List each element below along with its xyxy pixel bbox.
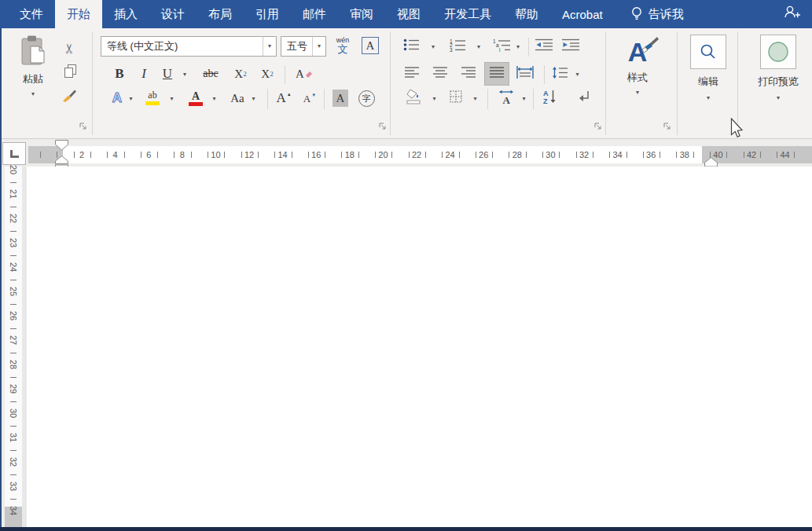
tab-review[interactable]: 审阅 xyxy=(338,0,385,28)
ruler-tick xyxy=(10,231,17,232)
multilevel-dropdown-arrow[interactable]: ▾ xyxy=(513,39,524,55)
borders-dropdown-arrow[interactable]: ▾ xyxy=(470,91,480,107)
text-effects-button[interactable]: A xyxy=(108,87,126,109)
tab-layout[interactable]: 布局 xyxy=(197,0,244,28)
edit-button[interactable]: 编辑 ▾ xyxy=(686,35,730,101)
align-left-button[interactable] xyxy=(401,64,423,84)
font-color-dropdown-arrow[interactable]: ▾ xyxy=(209,91,219,107)
bullets-dropdown-arrow[interactable]: ▾ xyxy=(428,39,439,55)
line-spacing-dropdown-arrow[interactable]: ▾ xyxy=(572,67,582,82)
horizontal-ruler[interactable]: 2468101214161820222426283032343638404244 xyxy=(28,146,812,163)
vertical-ruler[interactable]: 202122232425262728293031323334 xyxy=(5,167,22,527)
asian-layout-dropdown-arrow[interactable]: ▾ xyxy=(519,91,529,107)
align-center-button[interactable] xyxy=(429,64,451,84)
tab-view[interactable]: 视图 xyxy=(385,0,432,28)
bold-button[interactable]: B xyxy=(110,64,129,84)
styles-dialog-launcher-icon[interactable] xyxy=(663,119,672,129)
tab-developer[interactable]: 开发工具 xyxy=(432,0,503,28)
paste-button[interactable]: 粘贴 ▾ xyxy=(13,35,53,97)
font-size-value: 五号 xyxy=(281,39,312,53)
underline-button[interactable]: U xyxy=(159,64,176,84)
print-preview-dropdown-arrow[interactable]: ▾ xyxy=(777,95,780,101)
change-case-button[interactable]: Aa xyxy=(226,87,248,109)
borders-button[interactable] xyxy=(445,87,467,109)
v-ruler-number: 23 xyxy=(7,234,20,251)
shading-button[interactable] xyxy=(402,87,426,109)
format-painter-button[interactable] xyxy=(60,88,79,107)
first-line-indent-marker[interactable] xyxy=(55,140,68,154)
grow-font-button[interactable]: A▲ xyxy=(274,87,294,109)
tab-insert[interactable]: 插入 xyxy=(102,0,149,28)
styles-button[interactable]: A 样式 ▾ xyxy=(614,35,661,96)
print-preview-button[interactable]: 打印预览 ▾ xyxy=(748,35,808,101)
styles-dropdown-arrow[interactable]: ▾ xyxy=(636,90,639,96)
font-size-combobox[interactable]: 五号 ▾ xyxy=(281,36,326,57)
h-ruler-number: 38 xyxy=(675,146,694,163)
edit-dropdown-arrow[interactable]: ▾ xyxy=(707,95,710,101)
align-right-button[interactable] xyxy=(457,64,479,84)
document-page[interactable] xyxy=(27,167,812,527)
copy-button[interactable] xyxy=(61,63,79,82)
asian-layout-button[interactable]: A xyxy=(494,87,519,109)
distribute-button[interactable] xyxy=(513,64,538,84)
paragraph-mark-icon xyxy=(577,90,591,106)
strikethrough-button[interactable]: abc xyxy=(198,64,223,84)
font-size-dropdown-arrow[interactable]: ▾ xyxy=(312,37,325,56)
shrink-font-glyph: A xyxy=(303,93,310,105)
window-bottom-bar xyxy=(0,527,812,531)
subscript-number: 2 xyxy=(243,70,247,78)
bullets-button[interactable] xyxy=(399,36,423,57)
subscript-button[interactable]: X2 xyxy=(230,64,252,84)
change-case-glyph: Aa xyxy=(230,92,244,105)
character-shading-button[interactable]: A xyxy=(330,87,351,109)
show-marks-button[interactable] xyxy=(572,87,596,109)
v-ruler-number: 30 xyxy=(7,405,20,422)
paragraph-dialog-launcher-icon[interactable] xyxy=(593,119,603,129)
h-ruler-number: 10 xyxy=(206,146,225,163)
tab-mailings[interactable]: 邮件 xyxy=(291,0,338,28)
italic-button[interactable]: I xyxy=(135,64,152,84)
tab-file[interactable]: 文件 xyxy=(8,0,55,28)
sort-button[interactable]: AZ xyxy=(538,87,561,109)
decrease-indent-button[interactable] xyxy=(533,36,555,57)
font-color-button[interactable]: A xyxy=(186,87,206,109)
share-button[interactable] xyxy=(773,0,812,28)
multilevel-list-button[interactable]: 1ai xyxy=(489,36,514,57)
justify-button[interactable] xyxy=(484,62,509,86)
text-effects-dropdown-arrow[interactable]: ▾ xyxy=(126,91,136,107)
clipboard-dialog-launcher-icon[interactable] xyxy=(79,119,88,129)
tell-me[interactable]: 告诉我 xyxy=(621,0,693,28)
numbering-button[interactable]: 123 xyxy=(445,36,468,57)
cut-button[interactable]: ✂ xyxy=(60,39,79,58)
h-ruler-number: 16 xyxy=(307,146,325,163)
character-border-button[interactable]: A xyxy=(360,35,380,56)
underline-dropdown-arrow[interactable]: ▾ xyxy=(179,67,190,82)
tab-acrobat[interactable]: Acrobat xyxy=(550,0,615,28)
phonetic-guide-button[interactable]: wén 文 xyxy=(332,33,354,58)
ruler-tick xyxy=(40,152,41,158)
numbering-dropdown-arrow[interactable]: ▾ xyxy=(473,39,484,55)
ruler-tick xyxy=(10,474,17,475)
enclose-characters-button[interactable]: 字 xyxy=(355,87,377,109)
font-name-combobox[interactable]: 等线 (中文正文) ▾ xyxy=(101,36,277,57)
change-case-dropdown-arrow[interactable]: ▾ xyxy=(248,91,259,107)
tab-help[interactable]: 帮助 xyxy=(503,0,550,28)
tab-home[interactable]: 开始 xyxy=(55,0,102,28)
highlight-color-button[interactable]: ab xyxy=(141,87,164,109)
edit-button-label: 编辑 xyxy=(698,75,718,89)
tab-references[interactable]: 引用 xyxy=(244,0,291,28)
line-spacing-button[interactable] xyxy=(549,64,571,84)
increase-indent-button[interactable] xyxy=(560,36,582,57)
phonetic-char-text: 文 xyxy=(338,44,348,54)
superscript-button[interactable]: X2 xyxy=(256,64,278,84)
shading-dropdown-arrow[interactable]: ▾ xyxy=(429,91,439,107)
grow-font-glyph: A xyxy=(276,90,285,106)
font-name-dropdown-arrow[interactable]: ▾ xyxy=(263,37,276,56)
paste-dropdown-arrow[interactable]: ▾ xyxy=(31,91,35,97)
tab-design[interactable]: 设计 xyxy=(149,0,197,28)
clear-formatting-button[interactable]: A xyxy=(292,64,316,84)
character-border-icon: A xyxy=(362,37,379,54)
highlight-dropdown-arrow[interactable]: ▾ xyxy=(167,91,177,107)
font-dialog-launcher-icon[interactable] xyxy=(378,119,388,129)
shrink-font-button[interactable]: A▼ xyxy=(300,89,319,109)
